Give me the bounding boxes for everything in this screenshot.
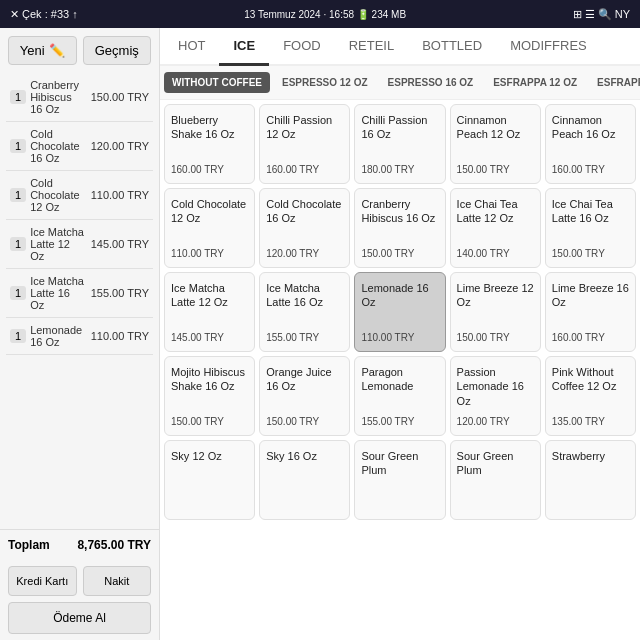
product-price: 110.00 TRY xyxy=(171,248,248,259)
sub-tab-esfrappa-16-oz[interactable]: ESFRAPPA 16 OZ xyxy=(589,72,640,93)
product-card[interactable]: Blueberry Shake 16 Oz 160.00 TRY xyxy=(164,104,255,184)
product-price: 160.00 TRY xyxy=(552,332,629,343)
product-name: Ice Matcha Latte 16 Oz xyxy=(266,281,343,310)
product-card[interactable]: Chilli Passion 12 Oz 160.00 TRY xyxy=(259,104,350,184)
kredi-button[interactable]: Kredi Kartı xyxy=(8,566,77,596)
category-tab-hot[interactable]: HOT xyxy=(164,28,219,66)
payment-row: Kredi Kartı Nakit xyxy=(8,566,151,596)
order-qty: 1 xyxy=(10,286,26,300)
product-card[interactable]: Sky 16 Oz xyxy=(259,440,350,520)
product-name: Sky 12 Oz xyxy=(171,449,248,463)
sub-tabs: WITHOUT COFFEEESPRESSO 12 OZESPRESSO 16 … xyxy=(160,66,640,100)
product-card[interactable]: Ice Matcha Latte 16 Oz 155.00 TRY xyxy=(259,272,350,352)
order-qty: 1 xyxy=(10,188,26,202)
product-card[interactable]: Passion Lemonade 16 Oz 120.00 TRY xyxy=(450,356,541,436)
product-name: Chilli Passion 16 Oz xyxy=(361,113,438,142)
product-name: Sour Green Plum xyxy=(457,449,534,478)
product-card[interactable]: Ice Matcha Latte 12 Oz 145.00 TRY xyxy=(164,272,255,352)
product-price: 160.00 TRY xyxy=(171,164,248,175)
product-name: Cinnamon Peach 16 Oz xyxy=(552,113,629,142)
product-price: 120.00 TRY xyxy=(266,248,343,259)
status-right: ⊞ ☰ 🔍 NY xyxy=(573,8,630,21)
product-name: Chilli Passion 12 Oz xyxy=(266,113,343,142)
product-name: Orange Juice 16 Oz xyxy=(266,365,343,394)
product-card[interactable]: Lime Breeze 16 Oz 160.00 TRY xyxy=(545,272,636,352)
left-panel: Yeni ✏️ Geçmiş 1 Cranberry Hibiscus 16 O… xyxy=(0,28,160,640)
order-price: 150.00 TRY xyxy=(91,91,149,103)
product-price: 150.00 TRY xyxy=(266,416,343,427)
order-item[interactable]: 1 Ice Matcha Latte 16 Oz 155.00 TRY xyxy=(6,269,153,318)
yeni-label: Yeni xyxy=(20,43,45,58)
product-card[interactable]: Mojito Hibiscus Shake 16 Oz 150.00 TRY xyxy=(164,356,255,436)
product-card[interactable]: Cinnamon Peach 16 Oz 160.00 TRY xyxy=(545,104,636,184)
product-price: 135.00 TRY xyxy=(552,416,629,427)
product-card[interactable]: Cold Chocolate 16 Oz 120.00 TRY xyxy=(259,188,350,268)
product-price: 140.00 TRY xyxy=(457,248,534,259)
order-list: 1 Cranberry Hibiscus 16 Oz 150.00 TRY 1 … xyxy=(0,73,159,529)
product-name: Blueberry Shake 16 Oz xyxy=(171,113,248,142)
sub-tab-without-coffee[interactable]: WITHOUT COFFEE xyxy=(164,72,270,93)
total-bar: Toplam 8,765.00 TRY xyxy=(0,529,159,560)
status-center: 13 Temmuz 2024 · 16:58 🔋 234 MB xyxy=(244,9,406,20)
status-check: ✕ Çek : #33 ↑ xyxy=(10,8,78,21)
category-tab-reteil[interactable]: RETEIL xyxy=(335,28,409,66)
order-name: Lemonade 16 Oz xyxy=(30,324,87,348)
order-item[interactable]: 1 Lemonade 16 Oz 110.00 TRY xyxy=(6,318,153,355)
product-name: Lemonade 16 Oz xyxy=(361,281,438,310)
product-card[interactable]: Lime Breeze 12 Oz 150.00 TRY xyxy=(450,272,541,352)
pencil-icon: ✏️ xyxy=(49,43,65,58)
category-tabs: HOTICEFOODRETEILBOTTLEDMODIFFRES xyxy=(160,28,640,66)
category-tab-ice[interactable]: ICE xyxy=(219,28,269,66)
order-item[interactable]: 1 Cranberry Hibiscus 16 Oz 150.00 TRY xyxy=(6,73,153,122)
product-price: 150.00 TRY xyxy=(552,248,629,259)
order-item[interactable]: 1 Ice Matcha Latte 12 Oz 145.00 TRY xyxy=(6,220,153,269)
product-card[interactable]: Chilli Passion 16 Oz 180.00 TRY xyxy=(354,104,445,184)
product-card[interactable]: Pink Without Coffee 12 Oz 135.00 TRY xyxy=(545,356,636,436)
order-qty: 1 xyxy=(10,237,26,251)
sub-tab-esfrappa-12-oz[interactable]: ESFRAPPA 12 OZ xyxy=(485,72,585,93)
nakit-button[interactable]: Nakit xyxy=(83,566,152,596)
gecmis-button[interactable]: Geçmiş xyxy=(83,36,152,65)
product-name: Mojito Hibiscus Shake 16 Oz xyxy=(171,365,248,394)
main-layout: Yeni ✏️ Geçmiş 1 Cranberry Hibiscus 16 O… xyxy=(0,28,640,640)
product-card[interactable]: Sour Green Plum xyxy=(450,440,541,520)
order-name: Ice Matcha Latte 16 Oz xyxy=(30,275,87,311)
product-name: Lime Breeze 16 Oz xyxy=(552,281,629,310)
order-qty: 1 xyxy=(10,139,26,153)
product-card[interactable]: Ice Chai Tea Latte 12 Oz 140.00 TRY xyxy=(450,188,541,268)
product-card[interactable]: Ice Chai Tea Latte 16 Oz 150.00 TRY xyxy=(545,188,636,268)
category-tab-bottled[interactable]: BOTTLED xyxy=(408,28,496,66)
gecmis-label: Geçmiş xyxy=(95,43,139,58)
product-price: 155.00 TRY xyxy=(361,416,438,427)
product-card[interactable]: Lemonade 16 Oz 110.00 TRY xyxy=(354,272,445,352)
right-panel: HOTICEFOODRETEILBOTTLEDMODIFFRES WITHOUT… xyxy=(160,28,640,640)
product-name: Ice Chai Tea Latte 16 Oz xyxy=(552,197,629,226)
status-time: 13 Temmuz 2024 · 16:58 🔋 234 MB xyxy=(244,9,406,20)
nakit-label: Nakit xyxy=(104,575,129,587)
order-name: Cold Chocolate 12 Oz xyxy=(30,177,87,213)
product-card[interactable]: Orange Juice 16 Oz 150.00 TRY xyxy=(259,356,350,436)
product-name: Paragon Lemonade xyxy=(361,365,438,394)
yeni-button[interactable]: Yeni ✏️ xyxy=(8,36,77,65)
order-item[interactable]: 1 Cold Chocolate 16 Oz 120.00 TRY xyxy=(6,122,153,171)
order-name: Cold Chocolate 16 Oz xyxy=(30,128,87,164)
product-card[interactable]: Cold Chocolate 12 Oz 110.00 TRY xyxy=(164,188,255,268)
product-card[interactable]: Sky 12 Oz xyxy=(164,440,255,520)
product-card[interactable]: Strawberry xyxy=(545,440,636,520)
category-tab-modiffres[interactable]: MODIFFRES xyxy=(496,28,601,66)
product-price: 150.00 TRY xyxy=(171,416,248,427)
sub-tab-espresso-16-oz[interactable]: ESPRESSO 16 OZ xyxy=(380,72,482,93)
order-name: Cranberry Hibiscus 16 Oz xyxy=(30,79,87,115)
order-qty: 1 xyxy=(10,329,26,343)
payment-buttons: Kredi Kartı Nakit Ödeme Al xyxy=(0,560,159,640)
product-name: Strawberry xyxy=(552,449,629,463)
order-item[interactable]: 1 Cold Chocolate 12 Oz 110.00 TRY xyxy=(6,171,153,220)
odeme-button[interactable]: Ödeme Al xyxy=(8,602,151,634)
sub-tab-espresso-12-oz[interactable]: ESPRESSO 12 OZ xyxy=(274,72,376,93)
product-card[interactable]: Paragon Lemonade 155.00 TRY xyxy=(354,356,445,436)
product-card[interactable]: Cranberry Hibiscus 16 Oz 150.00 TRY xyxy=(354,188,445,268)
product-name: Cold Chocolate 16 Oz xyxy=(266,197,343,226)
category-tab-food[interactable]: FOOD xyxy=(269,28,335,66)
product-card[interactable]: Sour Green Plum xyxy=(354,440,445,520)
product-card[interactable]: Cinnamon Peach 12 Oz 150.00 TRY xyxy=(450,104,541,184)
